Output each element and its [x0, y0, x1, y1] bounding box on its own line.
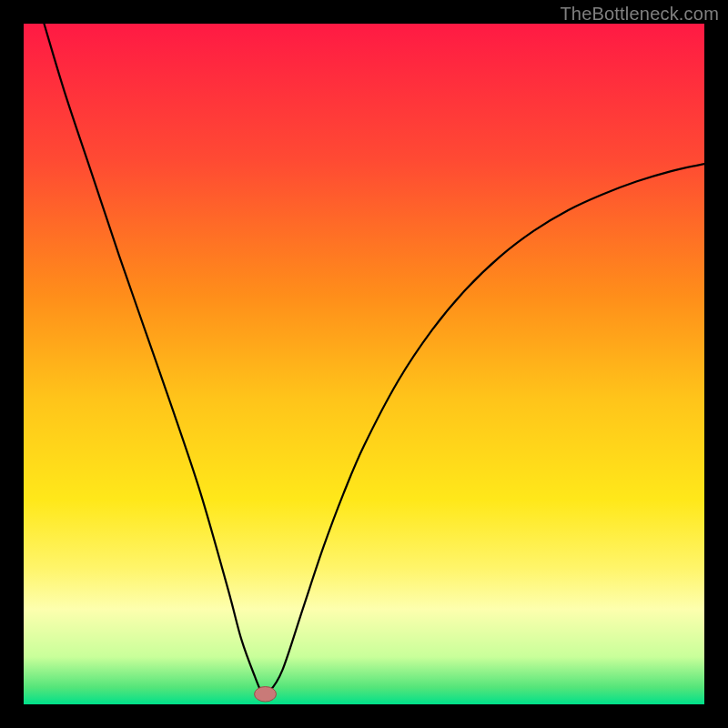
optimal-marker	[255, 687, 277, 702]
gradient-background	[24, 24, 704, 704]
chart-frame: TheBottleneck.com	[0, 0, 728, 728]
bottleneck-chart	[24, 24, 704, 704]
plot-area	[24, 24, 704, 704]
watermark-label: TheBottleneck.com	[560, 4, 719, 25]
